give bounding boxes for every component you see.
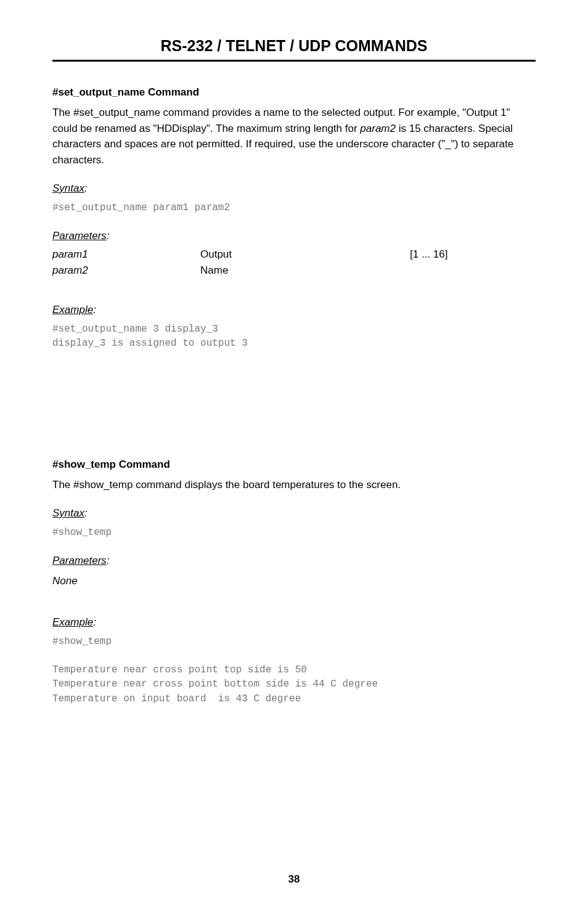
- section1-params-label: Parameters:: [52, 230, 536, 242]
- section2-params-none: None: [52, 573, 536, 589]
- section1-example-code: #set_output_name 3 display_3 display_3 i…: [52, 322, 536, 351]
- section1-syntax-label: Syntax:: [52, 182, 536, 195]
- section2-syntax-code: #show_temp: [52, 526, 536, 540]
- params-label-text: Parameters: [52, 555, 107, 566]
- section2-heading: #show_temp Command: [52, 459, 536, 471]
- params-label-text: Parameters: [52, 230, 107, 242]
- example-label-text: Example: [52, 616, 93, 628]
- param-range: [410, 264, 536, 277]
- params-label-colon: :: [107, 230, 110, 242]
- page-title: RS-232 / TELNET / UDP COMMANDS: [52, 37, 536, 55]
- title-rule: [52, 60, 536, 62]
- example-label-text: Example: [52, 304, 93, 316]
- section2-params-label: Parameters:: [52, 555, 536, 567]
- param-row: param2 Name: [52, 264, 536, 277]
- param-row: param1 Output [1 ... 16]: [52, 248, 536, 261]
- syntax-label-colon: :: [84, 507, 88, 519]
- section2-example-label: Example:: [52, 616, 536, 629]
- param-name: param2: [52, 264, 200, 277]
- syntax-label-text: Syntax: [52, 182, 84, 194]
- section2-syntax-label: Syntax:: [52, 507, 536, 520]
- param-desc: Output: [200, 248, 410, 261]
- param-range: [1 ... 16]: [410, 248, 536, 261]
- section1-body-param: param2: [360, 123, 396, 134]
- page-number: 38: [0, 873, 588, 886]
- section2-body: The #show_temp command displays the boar…: [52, 477, 536, 493]
- section1-example-label: Example:: [52, 304, 536, 316]
- section2-example-code: #show_temp Temperature near cross point …: [52, 635, 536, 706]
- section1-body: The #set_output_name command provides a …: [52, 105, 536, 168]
- syntax-label-text: Syntax: [52, 507, 84, 519]
- section1-heading: #set_output_name Command: [52, 86, 536, 99]
- section1-syntax-code: #set_output_name param1 param2: [52, 201, 536, 215]
- syntax-label-colon: :: [84, 182, 88, 194]
- params-label-colon: :: [107, 555, 110, 566]
- example-label-colon: :: [93, 616, 96, 628]
- param-desc: Name: [200, 264, 410, 277]
- example-label-colon: :: [93, 304, 96, 316]
- param-name: param1: [52, 248, 200, 261]
